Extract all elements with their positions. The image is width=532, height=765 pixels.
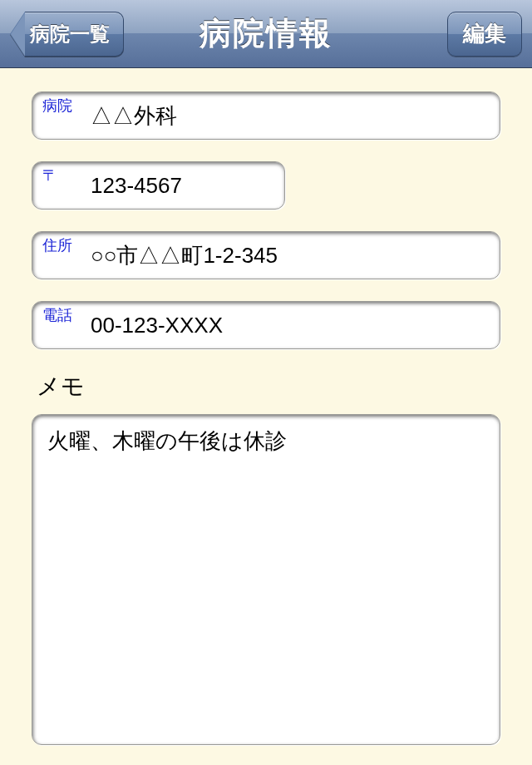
phone-value: 00-123-XXXX — [91, 313, 223, 338]
address-label: 住所 — [42, 235, 72, 255]
edit-button-label: 編集 — [463, 19, 506, 48]
navbar: 病院一覧 病院情報 編集 — [0, 0, 532, 68]
phone-field: 電話 00-123-XXXX — [32, 301, 500, 349]
content-area: 病院 △△外科 〒 123-4567 住所 ○○市△△町1-2-345 電話 0… — [0, 68, 532, 762]
hospital-value: △△外科 — [91, 101, 177, 131]
address-value: ○○市△△町1-2-345 — [91, 241, 278, 270]
hospital-field: 病院 △△外科 — [32, 91, 500, 140]
back-button-label: 病院一覧 — [25, 12, 124, 57]
hospital-label: 病院 — [42, 96, 72, 116]
postal-value: 123-4567 — [91, 173, 182, 199]
postal-field: 〒 123-4567 — [32, 161, 285, 210]
back-button[interactable]: 病院一覧 — [10, 12, 124, 57]
address-field: 住所 ○○市△△町1-2-345 — [32, 231, 500, 279]
back-arrow-icon — [10, 12, 25, 57]
memo-body: 火曜、木曜の午後は休診 — [47, 428, 287, 453]
edit-button[interactable]: 編集 — [447, 12, 522, 57]
postal-label: 〒 — [42, 165, 57, 185]
page-title: 病院情報 — [200, 12, 332, 55]
memo-box: 火曜、木曜の午後は休診 — [32, 414, 500, 745]
memo-heading: メモ — [37, 371, 500, 402]
phone-label: 電話 — [42, 305, 72, 325]
